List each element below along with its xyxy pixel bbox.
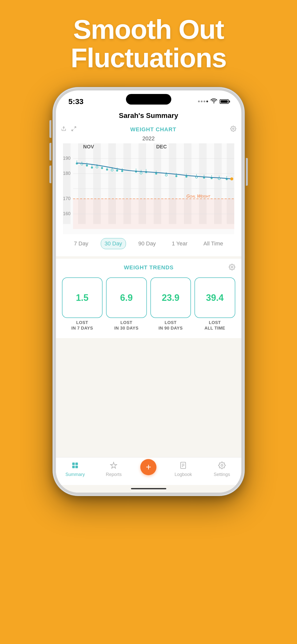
home-indicator [56, 485, 241, 493]
trend-box-alltime: 39.4 [194, 277, 235, 318]
status-icons [198, 98, 229, 105]
trend-label-90days: LOSTIN 90 DAYS [158, 320, 183, 331]
svg-rect-75 [75, 463, 78, 465]
svg-text:Goal Weight: Goal Weight [186, 194, 211, 199]
svg-point-43 [111, 169, 113, 171]
filter-1year[interactable]: 1 Year [168, 238, 191, 249]
svg-point-51 [140, 172, 142, 174]
trend-value-7days: 1.5 [76, 293, 88, 303]
trends-card: Weight Trends 1.5 LOSTIN 7 DAYS [56, 259, 241, 338]
trends-header: Weight Trends [62, 264, 235, 271]
svg-point-47 [121, 170, 123, 172]
svg-point-82 [221, 465, 223, 467]
screen-title: Sarah's Summary [56, 108, 241, 122]
status-bar: 5:33 [56, 90, 241, 108]
chart-gear-icon[interactable] [230, 126, 236, 133]
phone-mockup: 5:33 Sar [53, 87, 244, 496]
svg-rect-76 [72, 466, 75, 468]
svg-text:180: 180 [63, 171, 71, 176]
signal-indicator [198, 101, 208, 102]
logbook-icon [179, 462, 187, 471]
svg-rect-77 [75, 466, 78, 468]
home-bar [131, 488, 166, 489]
add-button[interactable]: + [140, 459, 156, 475]
tab-logbook[interactable]: Logbook [164, 462, 203, 477]
svg-point-72 [230, 177, 233, 180]
settings-icon [218, 462, 226, 471]
trend-label-30days: LOSTIN 30 DAYS [114, 320, 139, 331]
svg-text:160: 160 [63, 211, 71, 216]
trend-label-alltime: LOSTALL TIME [205, 320, 225, 331]
trend-item-30days: 6.9 LOSTIN 30 DAYS [106, 277, 147, 331]
trend-value-90days: 23.9 [162, 293, 179, 303]
share-icon[interactable] [61, 126, 67, 133]
reports-icon [110, 462, 117, 471]
trend-box-30days: 6.9 [106, 277, 147, 318]
svg-point-39 [101, 167, 103, 169]
svg-point-0 [233, 128, 234, 130]
screen-content[interactable]: Weight Chart 2022 [56, 122, 241, 457]
tab-logbook-label: Logbook [175, 472, 192, 477]
svg-text:NOV: NOV [83, 144, 94, 149]
svg-text:170: 170 [63, 196, 71, 201]
add-icon: + [146, 463, 151, 472]
trend-item-90days: 23.9 LOSTIN 90 DAYS [150, 277, 191, 331]
chart-header-left-icons [61, 126, 77, 133]
svg-rect-74 [72, 463, 75, 465]
tab-settings[interactable]: Settings [203, 462, 241, 477]
phone-frame: 5:33 Sar [53, 87, 244, 496]
chart-header: Weight Chart [61, 126, 236, 133]
weight-chart-svg: NOV DEC 190 180 170 160 Goal Weight [61, 143, 236, 234]
chart-year: 2022 [61, 135, 236, 142]
trend-item-7days: 1.5 LOSTIN 7 DAYS [62, 277, 103, 331]
chart-area: NOV DEC 190 180 170 160 Goal Weight [61, 143, 236, 234]
tab-add[interactable]: + [133, 459, 164, 480]
filter-30day[interactable]: 30 Day [101, 238, 126, 249]
svg-point-73 [231, 266, 233, 268]
tab-summary-label: Summary [65, 472, 85, 477]
summary-icon [71, 462, 79, 471]
wifi-icon [211, 98, 217, 105]
trend-value-alltime: 39.4 [206, 293, 224, 303]
trend-box-7days: 1.5 [62, 277, 103, 318]
svg-point-33 [86, 165, 88, 167]
tab-reports-label: Reports [106, 472, 122, 477]
phone-screen: 5:33 Sar [56, 90, 241, 493]
svg-point-41 [106, 169, 108, 171]
hero-title: Smooth Out Fluctuations [71, 15, 226, 72]
svg-point-59 [175, 175, 177, 177]
expand-icon[interactable] [71, 126, 77, 133]
status-time: 5:33 [69, 97, 84, 106]
trend-label-7days: LOSTIN 7 DAYS [71, 320, 93, 331]
tab-reports[interactable]: Reports [94, 462, 133, 477]
chart-title: Weight Chart [77, 126, 230, 133]
trends-gear-icon[interactable] [229, 264, 235, 271]
svg-text:190: 190 [63, 156, 71, 161]
trend-box-90days: 23.9 [150, 277, 191, 318]
trend-item-alltime: 39.4 LOSTALL TIME [194, 277, 235, 331]
tab-settings-label: Settings [214, 472, 230, 477]
svg-point-57 [165, 174, 167, 176]
trend-value-30days: 6.9 [120, 293, 133, 303]
trends-title: Weight Trends [69, 264, 229, 271]
svg-text:DEC: DEC [156, 144, 167, 149]
tab-summary[interactable]: Summary [56, 462, 94, 477]
chart-card: Weight Chart 2022 [56, 122, 241, 256]
filter-90day[interactable]: 90 Day [135, 238, 159, 249]
tab-bar: Summary Reports + L [56, 457, 241, 485]
svg-point-45 [116, 170, 118, 172]
trends-grid: 1.5 LOSTIN 7 DAYS 6.9 LOSTIN 30 DAYS [62, 277, 235, 331]
filter-alltime[interactable]: All Time [200, 238, 227, 249]
svg-point-37 [96, 166, 98, 168]
dynamic-island [126, 94, 171, 105]
svg-point-35 [91, 167, 93, 169]
svg-point-61 [185, 176, 187, 178]
filter-7day[interactable]: 7 Day [70, 238, 92, 249]
battery-icon [220, 99, 229, 104]
time-filter: 7 Day 30 Day 90 Day 1 Year All Time [61, 234, 236, 251]
